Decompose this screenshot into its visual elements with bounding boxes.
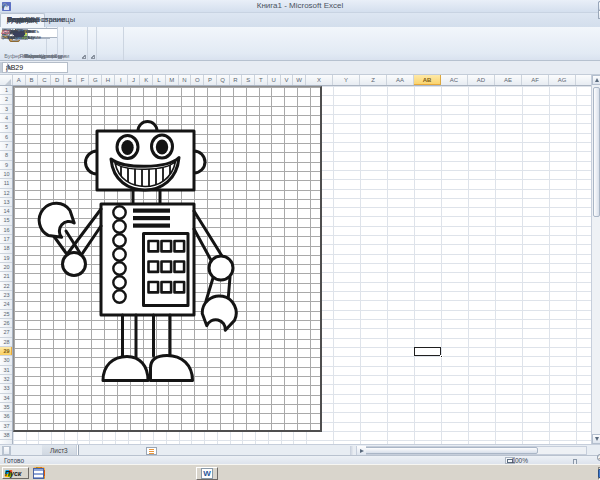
column-header-AE[interactable]: AE (495, 75, 522, 86)
column-header-Y[interactable]: Y (333, 75, 360, 86)
column-header-A[interactable]: A (13, 75, 26, 86)
row-header-15[interactable]: 15 (0, 216, 13, 225)
row-header-23[interactable]: 23 (0, 291, 13, 300)
row-header-3[interactable]: 3 (0, 105, 13, 114)
row-header-30[interactable]: 30 (0, 356, 13, 365)
column-header-C[interactable]: C (38, 75, 51, 86)
column-header-E[interactable]: E (64, 75, 77, 86)
row-header-22[interactable]: 22 (0, 282, 13, 291)
column-header-B[interactable]: B (26, 75, 39, 86)
column-header-X[interactable]: X (306, 75, 333, 86)
column-header-AB[interactable]: AB (414, 75, 441, 86)
column-header-H[interactable]: H (102, 75, 115, 86)
vertical-scroll-thumb[interactable] (593, 87, 600, 217)
row-header-36[interactable]: 36 (0, 412, 13, 421)
column-header-AF[interactable]: AF (522, 75, 549, 86)
row-header-10[interactable]: 10 (0, 170, 13, 179)
scroll-right-button[interactable] (357, 446, 366, 455)
column-header-U[interactable]: U (268, 75, 281, 86)
row-header-4[interactable]: 4 (0, 114, 13, 123)
find-select-button[interactable]: Найти и выделить (2, 28, 36, 29)
column-header-AD[interactable]: AD (468, 75, 495, 86)
robot-clipart[interactable] (13, 86, 322, 432)
column-header-F[interactable]: F (77, 75, 90, 86)
row-headers: 1234567891011121314151617181920212223242… (0, 86, 13, 444)
column-header-D[interactable]: D (51, 75, 64, 86)
column-header-S[interactable]: S (242, 75, 255, 86)
worksheet-grid[interactable] (0, 86, 591, 444)
fx-button[interactable]: fx (0, 63, 18, 72)
column-header-Q[interactable]: Q (217, 75, 230, 86)
row-header-18[interactable]: 18 (0, 244, 13, 253)
row-header-2[interactable]: 2 (0, 95, 13, 104)
row-header-20[interactable]: 20 (0, 263, 13, 272)
column-header-R[interactable]: R (230, 75, 243, 86)
column-header-P[interactable]: P (204, 75, 217, 86)
row-header-5[interactable]: 5 (0, 123, 13, 132)
row-header-21[interactable]: 21 (0, 272, 13, 281)
row-header-7[interactable]: 7 (0, 142, 13, 151)
row-header-6[interactable]: 6 (0, 133, 13, 142)
column-header-AG[interactable]: AG (549, 75, 576, 86)
row-header-28[interactable]: 28 (0, 338, 13, 347)
row-header-8[interactable]: 8 (0, 151, 13, 160)
group-editing: Σ ↓ АЯ Сортировка и фильтр Найти и выдел… (0, 27, 90, 60)
column-header-G[interactable]: G (89, 75, 102, 86)
gridlines-wide (306, 86, 591, 444)
row-header-34[interactable]: 34 (0, 394, 13, 403)
row-header-38[interactable]: 38 (0, 431, 13, 440)
row-header-14[interactable]: 14 (0, 207, 13, 216)
file-manager-icon[interactable] (33, 468, 44, 479)
row-header-32[interactable]: 32 (0, 375, 13, 384)
horizontal-scrollbar[interactable] (356, 446, 587, 455)
column-header-I[interactable]: I (115, 75, 128, 86)
selected-cell[interactable] (414, 347, 441, 356)
row-header-16[interactable]: 16 (0, 226, 13, 235)
row-header-35[interactable]: 35 (0, 403, 13, 412)
horizontal-scroll-thumb[interactable] (358, 447, 538, 454)
column-header-V[interactable]: V (281, 75, 294, 86)
row-header-37[interactable]: 37 (0, 422, 13, 431)
row-header-33[interactable]: 33 (0, 384, 13, 393)
column-header-J[interactable]: J (128, 75, 141, 86)
select-all-corner[interactable] (0, 75, 13, 86)
column-header-AA[interactable]: AA (387, 75, 414, 86)
row-header-1[interactable]: 1 (0, 86, 13, 95)
column-header-L[interactable]: L (153, 75, 166, 86)
row-header-26[interactable]: 26 (0, 319, 13, 328)
row-header-25[interactable]: 25 (0, 310, 13, 319)
taskbar: Пуск RU 8:23 06.03.2016 (0, 464, 600, 480)
row-header-11[interactable]: 11 (0, 179, 13, 188)
column-header-AC[interactable]: AC (441, 75, 468, 86)
tab-splitter[interactable] (350, 446, 354, 455)
vertical-scrollbar[interactable] (591, 75, 600, 444)
column-header-O[interactable]: O (191, 75, 204, 86)
insert-worksheet-button[interactable] (146, 447, 157, 455)
column-header-M[interactable]: M (166, 75, 179, 86)
row-header-29[interactable]: 29 (0, 347, 13, 356)
last-sheet-button[interactable] (2, 446, 11, 455)
column-header-W[interactable]: W (293, 75, 306, 86)
row-header-31[interactable]: 31 (0, 366, 13, 375)
word-icon (201, 468, 213, 479)
scroll-down-button[interactable] (592, 434, 600, 444)
row-header-9[interactable]: 9 (0, 161, 13, 170)
row-header-17[interactable]: 17 (0, 235, 13, 244)
column-header-T[interactable]: T (255, 75, 268, 86)
start-button[interactable]: Пуск (2, 467, 29, 479)
column-header-N[interactable]: N (179, 75, 192, 86)
row-header-27[interactable]: 27 (0, 328, 13, 337)
word-taskbar-button[interactable] (196, 467, 218, 480)
column-headers: ABCDEFGHIJKLMNOPQRSTUVWXYZAAABACADAEAFAG (0, 75, 591, 86)
scroll-up-button[interactable] (592, 75, 600, 85)
row-header-24[interactable]: 24 (0, 300, 13, 309)
row-header-12[interactable]: 12 (0, 189, 13, 198)
formula-input[interactable] (0, 62, 2, 73)
column-header-Z[interactable]: Z (360, 75, 387, 86)
tab-Foxit PDF[interactable]: Foxit PDF (0, 13, 47, 27)
row-header-19[interactable]: 19 (0, 254, 13, 263)
fill-handle[interactable] (440, 355, 443, 358)
window-title: Книга1 - Microsoft Excel (0, 1, 600, 10)
row-header-13[interactable]: 13 (0, 198, 13, 207)
column-header-K[interactable]: K (140, 75, 153, 86)
